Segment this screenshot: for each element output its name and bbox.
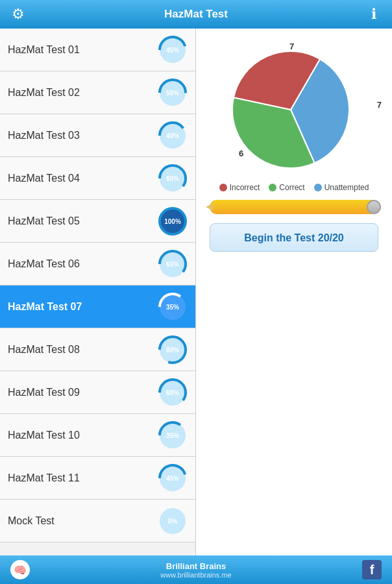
legend-label: Incorrect <box>230 183 260 192</box>
app-footer: 🧠 Brilliant Brains www.brilliantbrains.m… <box>0 555 392 584</box>
list-item[interactable]: HazMat Test 10 35% <box>0 414 195 457</box>
legend-color-dot <box>219 184 227 191</box>
settings-icon[interactable]: ⚙ <box>8 6 29 23</box>
list-item-label: HazMat Test 10 <box>8 430 80 441</box>
list-item[interactable]: HazMat Test 11 45% <box>0 457 195 500</box>
legend-item: Incorrect <box>219 183 260 192</box>
badge-percent: 60% <box>166 175 179 182</box>
info-icon[interactable]: ℹ <box>363 6 384 23</box>
pencil-progress-bar <box>210 200 378 214</box>
progress-badge: 35% <box>158 292 188 322</box>
legend-color-dot <box>269 184 276 191</box>
progress-badge: 60% <box>158 378 188 408</box>
list-item-label: HazMat Test 03 <box>8 130 80 141</box>
pie-chart <box>213 35 375 171</box>
main-content: HazMat Test 01 45% HazMat Test 02 50% Ha… <box>0 29 392 555</box>
progress-badge: 60% <box>158 249 188 279</box>
brand-name: Brilliant Brains <box>166 561 226 571</box>
list-item-label: HazMat Test 07 <box>8 301 82 313</box>
list-item-label: HazMat Test 09 <box>8 387 80 398</box>
progress-badge: 80% <box>158 335 188 365</box>
badge-percent: 45% <box>166 46 179 53</box>
badge-percent: 50% <box>166 89 179 96</box>
test-list-panel: HazMat Test 01 45% HazMat Test 02 50% Ha… <box>0 29 196 555</box>
list-item-label: HazMat Test 06 <box>8 258 80 270</box>
list-item[interactable]: HazMat Test 01 45% <box>0 29 195 71</box>
pencil-eraser <box>367 200 381 214</box>
progress-badge: 0% <box>158 506 188 536</box>
header-title: HazMat Test <box>29 8 363 21</box>
badge-percent: 60% <box>166 389 179 396</box>
list-item-label: HazMat Test 02 <box>8 87 80 99</box>
label-unattempted: 7 <box>289 42 294 51</box>
list-item-label: HazMat Test 01 <box>8 44 80 56</box>
pencil-tip <box>206 203 214 211</box>
progress-badge: 45% <box>158 35 188 65</box>
list-item-label: HazMat Test 11 <box>8 472 80 484</box>
app-header: ⚙ HazMat Test ℹ <box>0 0 392 29</box>
chart-legend: IncorrectCorrectUnattempted <box>219 183 369 192</box>
label-incorrect: 6 <box>239 149 243 158</box>
badge-percent: 40% <box>166 132 179 139</box>
begin-test-button[interactable]: Begin the Test 20/20 <box>210 223 378 252</box>
badge-percent: 0% <box>168 517 177 524</box>
legend-color-dot <box>314 184 322 191</box>
progress-badge: 50% <box>158 78 188 108</box>
badge-percent: 60% <box>166 260 179 267</box>
right-panel: 7 7 6 IncorrectCorrectUnattempted Begin … <box>196 29 392 555</box>
legend-label: Correct <box>279 183 304 192</box>
list-item[interactable]: Mock Test 0% <box>0 500 195 542</box>
list-item-label: Mock Test <box>8 515 55 527</box>
badge-percent: 35% <box>166 432 179 439</box>
list-item-label: HazMat Test 05 <box>8 215 80 227</box>
facebook-button[interactable]: f <box>362 560 382 579</box>
badge-percent: 80% <box>166 346 179 353</box>
badge-percent: 100% <box>164 217 181 225</box>
progress-badge: 45% <box>158 463 188 493</box>
progress-badge: 40% <box>158 121 188 151</box>
label-correct: 7 <box>377 100 382 110</box>
list-item[interactable]: HazMat Test 03 40% <box>0 114 195 157</box>
list-item[interactable]: HazMat Test 09 60% <box>0 371 195 414</box>
progress-badge: 35% <box>158 420 188 450</box>
badge-percent: 45% <box>166 474 179 481</box>
progress-badge: 100% <box>158 206 188 236</box>
list-item-label: HazMat Test 04 <box>8 173 80 184</box>
pie-chart-container: 7 7 6 <box>213 35 375 178</box>
brand-logo: 🧠 <box>10 560 30 579</box>
badge-percent: 35% <box>166 303 179 310</box>
list-item[interactable]: HazMat Test 07 35% <box>0 286 195 328</box>
brand-url: www.brilliantbrains.me <box>160 571 231 579</box>
list-item[interactable]: HazMat Test 08 80% <box>0 328 195 371</box>
list-item[interactable]: HazMat Test 05 100% <box>0 200 195 243</box>
list-item[interactable]: HazMat Test 06 60% <box>0 243 195 286</box>
progress-badge: 60% <box>158 164 188 193</box>
legend-item: Correct <box>269 183 304 192</box>
legend-label: Unattempted <box>325 183 369 192</box>
list-item[interactable]: HazMat Test 02 50% <box>0 71 195 114</box>
list-item-label: HazMat Test 08 <box>8 344 80 356</box>
list-item[interactable]: HazMat Test 04 60% <box>0 157 195 200</box>
legend-item: Unattempted <box>314 183 369 192</box>
brand-info: Brilliant Brains www.brilliantbrains.me <box>30 561 362 579</box>
